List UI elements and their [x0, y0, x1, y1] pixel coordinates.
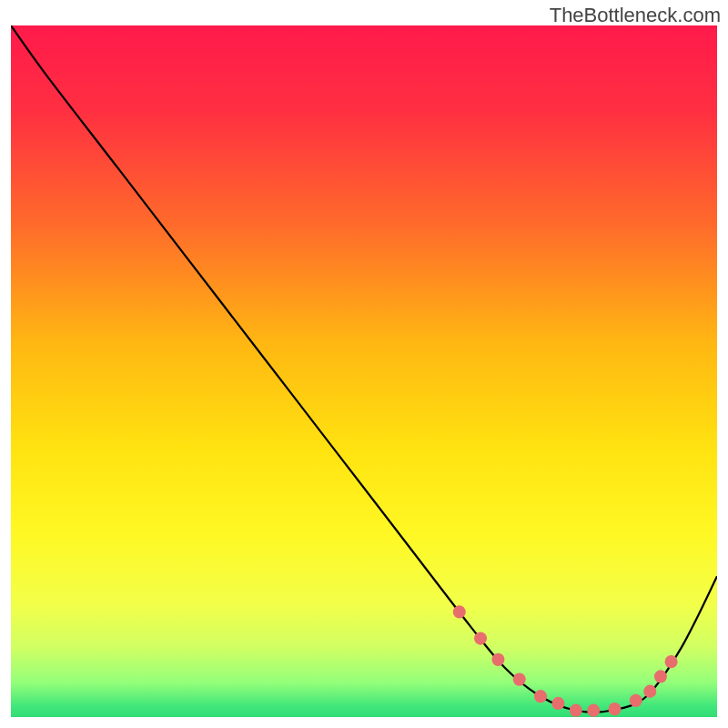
- plot-area: [11, 25, 717, 717]
- chart-canvas: TheBottleneck.com: [0, 0, 728, 728]
- svg-rect-0: [11, 25, 717, 717]
- gradient-background: [11, 25, 717, 717]
- watermark-text: TheBottleneck.com: [550, 4, 721, 27]
